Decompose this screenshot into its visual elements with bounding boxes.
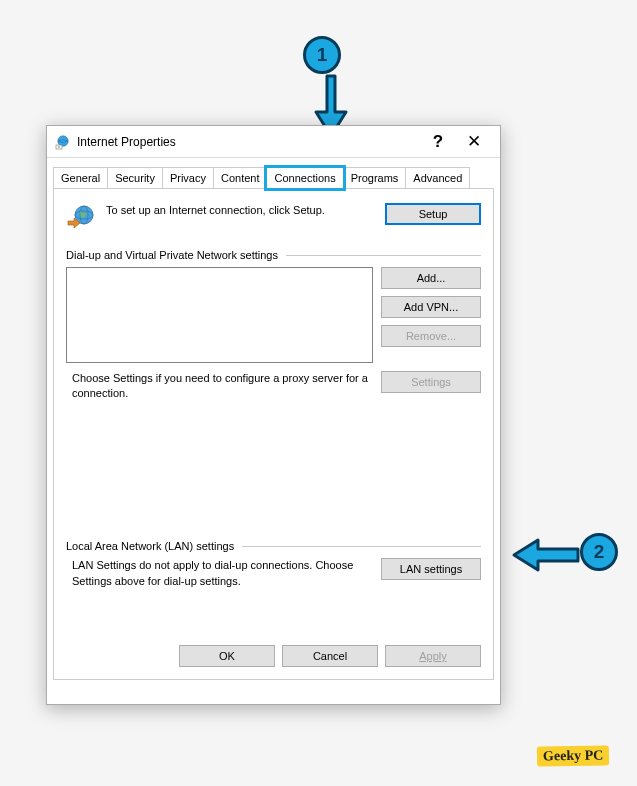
svg-point-0	[58, 135, 68, 145]
dialup-legend-text: Dial-up and Virtual Private Network sett…	[66, 249, 278, 261]
connections-panel: To set up an Internet connection, click …	[53, 188, 494, 680]
lan-row: LAN Settings do not apply to dial-up con…	[66, 558, 481, 589]
tab-programs[interactable]: Programs	[343, 167, 407, 189]
tab-security[interactable]: Security	[107, 167, 163, 189]
titlebar: Internet Properties ? ✕	[47, 126, 500, 158]
globe-arrow-icon	[66, 203, 96, 233]
svg-point-2	[58, 146, 60, 148]
remove-button: Remove...	[381, 325, 481, 347]
tab-advanced[interactable]: Advanced	[405, 167, 470, 189]
tab-general[interactable]: General	[53, 167, 108, 189]
internet-properties-dialog: Internet Properties ? ✕ General Security…	[46, 125, 501, 705]
settings-button: Settings	[381, 371, 481, 393]
apply-label: Apply	[419, 650, 447, 662]
lan-text: LAN Settings do not apply to dial-up con…	[66, 558, 373, 589]
close-button[interactable]: ✕	[456, 127, 492, 157]
apply-button: Apply	[385, 645, 481, 667]
watermark: Geeky PC	[537, 745, 610, 766]
internet-options-icon	[55, 134, 71, 150]
proxy-row: Choose Settings if you need to configure…	[66, 371, 481, 402]
setup-row: To set up an Internet connection, click …	[66, 203, 481, 233]
cancel-button[interactable]: Cancel	[282, 645, 378, 667]
dialog-footer-buttons: OK Cancel Apply	[179, 645, 481, 667]
dialup-area: Add... Add VPN... Remove...	[66, 267, 481, 363]
window-title: Internet Properties	[77, 135, 420, 149]
add-button[interactable]: Add...	[381, 267, 481, 289]
annotation-step-2: 2	[580, 533, 618, 571]
ok-button[interactable]: OK	[179, 645, 275, 667]
setup-text: To set up an Internet connection, click …	[106, 203, 375, 218]
dialup-buttons: Add... Add VPN... Remove...	[381, 267, 481, 363]
lan-legend-text: Local Area Network (LAN) settings	[66, 540, 234, 552]
dialup-legend: Dial-up and Virtual Private Network sett…	[66, 249, 481, 261]
add-vpn-button[interactable]: Add VPN...	[381, 296, 481, 318]
setup-button[interactable]: Setup	[385, 203, 481, 225]
tab-content[interactable]: Content	[213, 167, 268, 189]
arrow-left-icon	[510, 537, 580, 573]
divider	[242, 546, 481, 547]
lan-settings-button[interactable]: LAN settings	[381, 558, 481, 580]
lan-legend: Local Area Network (LAN) settings	[66, 540, 481, 552]
lan-section: Local Area Network (LAN) settings LAN Se…	[66, 540, 481, 589]
divider	[286, 255, 481, 256]
tab-connections[interactable]: Connections	[266, 167, 343, 189]
connections-listbox[interactable]	[66, 267, 373, 363]
proxy-text: Choose Settings if you need to configure…	[66, 371, 373, 402]
tab-strip: General Security Privacy Content Connect…	[47, 158, 500, 188]
tab-privacy[interactable]: Privacy	[162, 167, 214, 189]
annotation-step-1: 1	[303, 36, 341, 74]
help-button[interactable]: ?	[420, 127, 456, 157]
